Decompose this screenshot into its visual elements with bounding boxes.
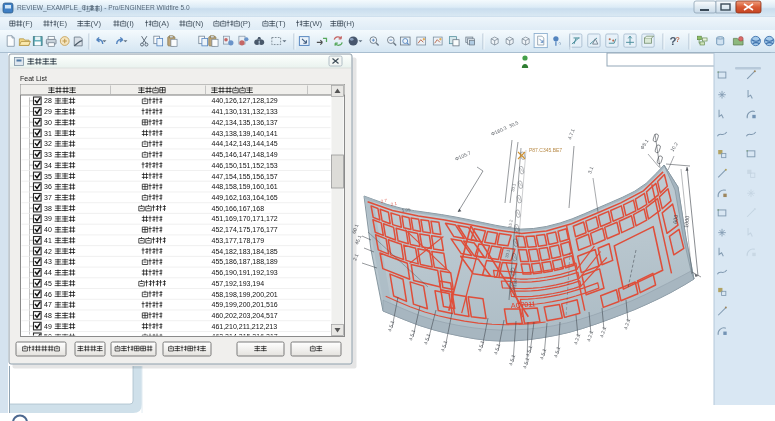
svg-text:33: 33 (44, 151, 52, 158)
svg-text:456,190,191,192,193: 456,190,191,192,193 (212, 269, 278, 276)
svg-text:44: 44 (44, 269, 52, 276)
svg-text:28: 28 (44, 97, 52, 104)
svg-text:(T): (T) (276, 19, 286, 28)
svg-text:454,182,183,184,185: 454,182,183,184,185 (212, 248, 278, 255)
svg-text:46: 46 (44, 291, 52, 298)
svg-text:Feat List: Feat List (20, 75, 47, 82)
svg-text:40: 40 (44, 226, 52, 233)
svg-text:447,154,155,156,157: 447,154,155,156,157 (212, 173, 278, 180)
svg-text:455,186,187,188,189: 455,186,187,188,189 (212, 258, 278, 265)
svg-text:REVIEW_EXAMPLE_C_3 (: REVIEW_EXAMPLE_C_3 ( (17, 4, 98, 12)
svg-text:458,198,199,200,201: 458,198,199,200,201 (212, 291, 278, 298)
svg-text:49: 49 (44, 323, 52, 330)
svg-text:448,158,159,160,161: 448,158,159,160,161 (212, 183, 278, 190)
svg-text:441,130,131,132,133: 441,130,131,132,133 (212, 108, 278, 115)
svg-text:(A): (A) (159, 19, 170, 28)
svg-text:440,126,127,128,129: 440,126,127,128,129 (212, 97, 278, 104)
svg-text:(I): (I) (127, 19, 135, 28)
svg-text:45: 45 (44, 280, 52, 287)
svg-text:35: 35 (44, 173, 52, 180)
svg-text:446,150,151,152,153: 446,150,151,152,153 (212, 162, 278, 169)
svg-text:38: 38 (44, 205, 52, 212)
svg-text:(P): (P) (240, 19, 251, 28)
svg-text:32: 32 (44, 140, 52, 147)
svg-text:461,210,211,212,213: 461,210,211,212,213 (212, 323, 278, 330)
svg-text:P87.C345.BE7: P87.C345.BE7 (529, 147, 562, 153)
svg-text:) - Pro/ENGINEER Wildfire 5.0: ) - Pro/ENGINEER Wildfire 5.0 (100, 4, 190, 12)
svg-text:457,192,193,194: 457,192,193,194 (212, 280, 265, 287)
svg-text:600: 600 (672, 214, 679, 224)
svg-text:31: 31 (44, 130, 52, 137)
svg-text:48: 48 (44, 312, 52, 319)
svg-text:?: ? (676, 36, 680, 43)
svg-text:(E): (E) (57, 19, 68, 28)
svg-text:451,169,170,171,172: 451,169,170,171,172 (212, 215, 278, 222)
svg-text:449,162,163,164,165: 449,162,163,164,165 (212, 194, 278, 201)
svg-text:443,138,139,140,141: 443,138,139,140,141 (212, 130, 278, 137)
svg-text:453,177,178,179: 453,177,178,179 (212, 237, 265, 244)
svg-text:29: 29 (44, 108, 52, 115)
svg-text:442,134,135,136,137: 442,134,135,136,137 (212, 119, 278, 126)
svg-text:444,142,143,144,145: 444,142,143,144,145 (212, 140, 278, 147)
svg-text:(H): (H) (344, 19, 355, 28)
svg-text:(W): (W) (310, 19, 323, 28)
svg-text:(V): (V) (91, 19, 102, 28)
svg-text:30: 30 (44, 119, 52, 126)
svg-text:460,202,203,204,517: 460,202,203,204,517 (212, 312, 278, 319)
svg-text:452,174,175,176,177: 452,174,175,176,177 (212, 226, 278, 233)
svg-text:(F): (F) (23, 19, 33, 28)
svg-text:(N): (N) (193, 19, 204, 28)
svg-text:459,199,200,201,516: 459,199,200,201,516 (212, 301, 278, 308)
svg-text:43: 43 (44, 258, 52, 265)
svg-text:450,166,167,168: 450,166,167,168 (212, 205, 265, 212)
svg-text:37: 37 (44, 194, 52, 201)
svg-text:34: 34 (44, 162, 52, 169)
svg-text:36: 36 (44, 183, 52, 190)
svg-text:39: 39 (44, 215, 52, 222)
svg-text:47: 47 (44, 301, 52, 308)
svg-text:445,146,147,148,149: 445,146,147,148,149 (212, 151, 278, 158)
svg-text:41: 41 (44, 237, 52, 244)
svg-text:42: 42 (44, 248, 52, 255)
